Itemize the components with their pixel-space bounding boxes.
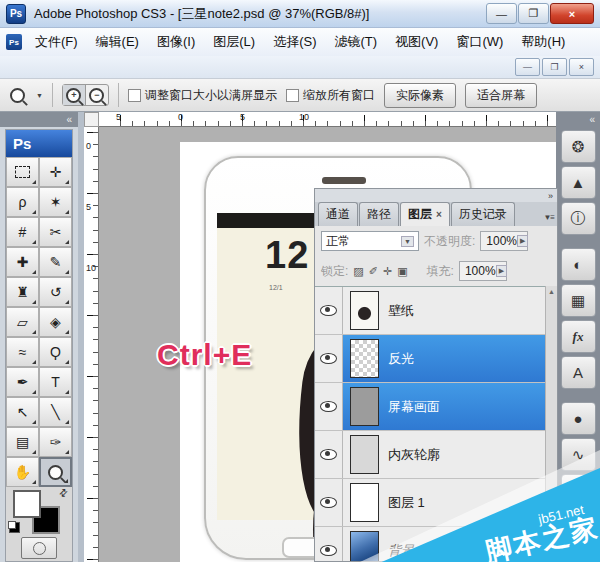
menu-select[interactable]: 选择(S) xyxy=(264,29,325,55)
lock-transparent-icon[interactable]: ▨ xyxy=(353,265,363,278)
layer-row-wallpaper[interactable]: 壁纸 xyxy=(315,287,557,335)
tool-magic-wand[interactable]: ✶ xyxy=(39,187,72,217)
layer-row-screen-image[interactable]: 屏幕画面 xyxy=(315,383,557,431)
tool-clone-stamp[interactable]: ♜ xyxy=(6,277,39,307)
tool-crop[interactable]: # xyxy=(6,217,39,247)
default-colors-icon[interactable] xyxy=(9,522,20,533)
photoshop-app-icon: Ps xyxy=(6,4,26,24)
tool-history-brush[interactable]: ↺ xyxy=(39,277,72,307)
tab-channels[interactable]: 通道 xyxy=(318,202,358,226)
tab-history[interactable]: 历史记录 xyxy=(451,202,515,226)
visibility-toggle[interactable] xyxy=(315,335,343,382)
styles-panel-icon[interactable]: ● xyxy=(561,402,596,435)
tool-hand[interactable]: ✋ xyxy=(6,457,39,487)
layer-name: 反光 xyxy=(388,350,414,368)
fill-field[interactable]: 100% ▶ xyxy=(459,261,507,281)
color-panel-icon[interactable]: ◐ xyxy=(561,248,596,281)
menu-filter[interactable]: 滤镜(T) xyxy=(325,29,386,55)
rectangular-marquee-icon xyxy=(15,166,30,178)
close-button[interactable]: × xyxy=(550,3,594,24)
tool-line[interactable]: ╲ xyxy=(39,397,72,427)
panel-menu-icon[interactable]: ▼≡ xyxy=(543,213,554,222)
fill-spinner-icon[interactable]: ▶ xyxy=(496,265,507,277)
layer-row-background[interactable]: 背景 xyxy=(315,527,557,561)
horizontal-ruler[interactable] xyxy=(99,112,556,127)
zoom-out-button[interactable]: − xyxy=(86,85,108,105)
fill-label: 填充: xyxy=(427,263,454,280)
tool-notes[interactable]: ▤ xyxy=(6,427,39,457)
dock-collapse-chevron[interactable]: « xyxy=(556,112,600,127)
visibility-toggle[interactable] xyxy=(315,383,343,430)
tool-eraser[interactable]: ▱ xyxy=(6,307,39,337)
layer-row-inner-gray-outline[interactable]: 内灰轮廓 xyxy=(315,431,557,479)
tool-path-selection[interactable]: ↖ xyxy=(6,397,39,427)
menu-help[interactable]: 帮助(H) xyxy=(512,29,574,55)
blend-mode-dropdown[interactable]: 正常 ▼ xyxy=(321,231,419,251)
clone-stamp-icon: ♜ xyxy=(16,284,29,300)
tool-type[interactable]: T xyxy=(39,367,72,397)
lock-position-icon[interactable]: ✛ xyxy=(383,265,392,278)
v-ruler-label: 5 xyxy=(86,203,96,212)
info-panel-icon[interactable]: ⓘ xyxy=(561,202,596,235)
layer-styles-panel-icon[interactable]: fx xyxy=(561,320,596,353)
minimize-button[interactable]: — xyxy=(486,3,517,24)
histogram-panel-icon[interactable]: ▲ xyxy=(561,166,596,199)
visibility-toggle[interactable] xyxy=(315,431,343,478)
tool-move[interactable]: ✛ xyxy=(39,157,72,187)
swap-colors-icon[interactable]: ⇄ xyxy=(56,486,70,500)
layer-thumbnail xyxy=(350,387,379,426)
visibility-toggle[interactable] xyxy=(315,287,343,334)
lock-all-icon[interactable]: ▣ xyxy=(397,265,407,278)
lock-image-icon[interactable]: ✐ xyxy=(369,265,378,278)
swatches-panel-icon[interactable]: ▦ xyxy=(561,284,596,317)
menu-window[interactable]: 窗口(W) xyxy=(447,29,512,55)
vertical-ruler[interactable] xyxy=(84,127,99,562)
tool-lasso[interactable]: ρ xyxy=(6,187,39,217)
title-bar: Ps Adobe Photoshop CS3 - [三星note2.psd @ … xyxy=(0,0,600,28)
tool-brush[interactable]: ✎ xyxy=(39,247,72,277)
tool-zoom[interactable] xyxy=(39,457,72,487)
paths-panel-icon[interactable]: ∿ xyxy=(561,438,596,471)
tools-collapse-chevron[interactable]: « xyxy=(0,112,78,127)
tool-healing-brush[interactable]: ✚ xyxy=(6,247,39,277)
tool-preset-dropdown-arrow[interactable]: ▼ xyxy=(36,92,43,99)
menu-image[interactable]: 图像(I) xyxy=(148,29,204,55)
fit-screen-button[interactable]: 适合屏幕 xyxy=(465,83,537,108)
doc-minimize-button[interactable]: — xyxy=(515,58,540,76)
tool-pen[interactable]: ✒ xyxy=(6,367,39,397)
zoom-all-windows-checkbox[interactable] xyxy=(286,89,299,102)
tab-layers[interactable]: 图层× xyxy=(400,202,450,226)
tool-dodge[interactable]: Ϙ xyxy=(39,337,72,367)
foreground-color-swatch[interactable] xyxy=(13,490,41,518)
maximize-button[interactable]: ❐ xyxy=(518,3,549,24)
layer-row-reflection[interactable]: 反光 xyxy=(315,335,557,383)
tool-rectangular-marquee[interactable] xyxy=(6,157,39,187)
tool-paint-bucket[interactable]: ◈ xyxy=(39,307,72,337)
menu-file[interactable]: 文件(F) xyxy=(26,29,87,55)
tab-paths[interactable]: 路径 xyxy=(359,202,399,226)
zoom-tool-icon[interactable] xyxy=(10,88,25,103)
visibility-toggle[interactable] xyxy=(315,527,343,561)
quick-mask-button[interactable] xyxy=(21,537,57,559)
doc-restore-button[interactable]: ❐ xyxy=(542,58,567,76)
character-panel-icon[interactable]: A xyxy=(561,356,596,389)
navigator-panel-icon[interactable]: ❂ xyxy=(561,130,596,163)
tool-slice[interactable]: ✂ xyxy=(39,217,72,247)
doc-close-button[interactable]: × xyxy=(569,58,594,76)
panel-expand-chevron[interactable]: » xyxy=(548,191,553,201)
opacity-spinner-icon[interactable]: ▶ xyxy=(517,235,528,247)
menu-edit[interactable]: 编辑(E) xyxy=(87,29,148,55)
layer-row-layer-1[interactable]: 图层 1 xyxy=(315,479,557,527)
tool-presets-panel-icon[interactable]: ◠ xyxy=(561,474,596,507)
tool-eyedropper[interactable]: ✑ xyxy=(39,427,72,457)
menu-view[interactable]: 视图(V) xyxy=(386,29,447,55)
menu-layer[interactable]: 图层(L) xyxy=(204,29,264,55)
resize-window-checkbox[interactable] xyxy=(128,89,141,102)
tab-close-icon[interactable]: × xyxy=(436,209,442,220)
tool-smudge[interactable]: ≈ xyxy=(6,337,39,367)
zoom-in-button[interactable]: + xyxy=(63,85,86,105)
visibility-toggle[interactable] xyxy=(315,479,343,526)
panel-scrollbar[interactable]: ▲ xyxy=(545,286,557,561)
opacity-field[interactable]: 100% ▶ xyxy=(480,231,528,251)
actual-pixels-button[interactable]: 实际像素 xyxy=(384,83,456,108)
